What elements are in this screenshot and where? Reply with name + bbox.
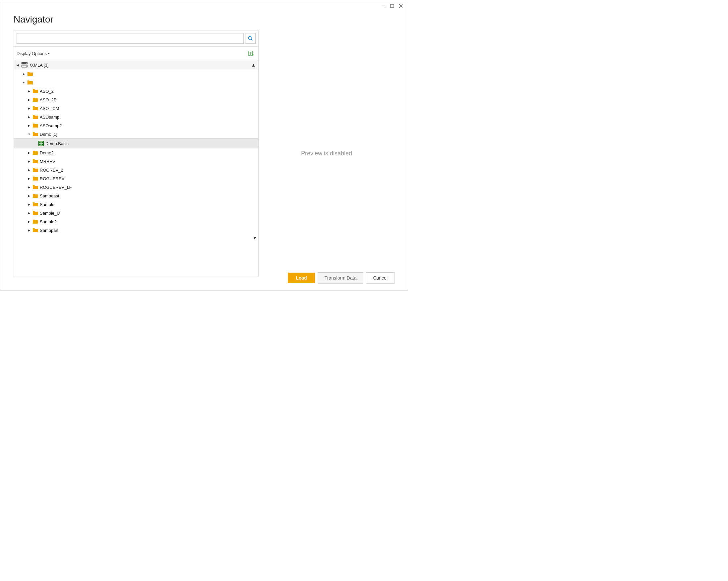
main-content: Display Options ▾ ◀ bbox=[0, 30, 408, 277]
folder-icon bbox=[32, 131, 38, 137]
list-item[interactable]: ▶ Sample_U bbox=[14, 209, 258, 217]
expand-icon[interactable]: ▶ bbox=[27, 228, 31, 232]
tree-header-label: /XMLA [3] bbox=[30, 62, 249, 68]
title-bar bbox=[0, 0, 408, 11]
folder-icon bbox=[32, 228, 38, 233]
folder-icon bbox=[32, 114, 38, 120]
folder-icon bbox=[32, 150, 38, 155]
expand-icon[interactable]: ▶ bbox=[27, 124, 31, 128]
page-title: Navigator bbox=[0, 11, 408, 30]
toolbar: Display Options ▾ bbox=[14, 47, 258, 60]
cancel-button[interactable]: Cancel bbox=[366, 272, 394, 283]
tree-items-container: ▶ ▼ ▶ ASO_2▶ ASO_2B▶ ASO_ICM▶ ASOsamp▶ A… bbox=[14, 70, 258, 234]
list-item[interactable]: ▶ ASOsamp2 bbox=[14, 121, 258, 130]
expand-icon[interactable]: ▶ bbox=[27, 211, 31, 215]
cube-icon bbox=[38, 141, 44, 146]
minimize-button[interactable] bbox=[381, 3, 387, 9]
expand-icon[interactable]: ▶ bbox=[27, 194, 31, 198]
folder-icon bbox=[32, 106, 38, 111]
expand-icon[interactable]: ▶ bbox=[27, 151, 31, 155]
item-label: ASO_2 bbox=[40, 89, 54, 94]
left-panel: Display Options ▾ ◀ bbox=[14, 30, 259, 277]
list-item[interactable]: ▶ ROGREV_2 bbox=[14, 166, 258, 174]
folder-icon bbox=[32, 184, 38, 190]
folder-icon bbox=[27, 71, 33, 77]
scroll-up-icon[interactable]: ▲ bbox=[251, 62, 256, 68]
svg-rect-0 bbox=[382, 6, 385, 6]
list-item[interactable]: ▼ Demo [1] bbox=[14, 130, 258, 138]
display-options-arrow-icon: ▾ bbox=[48, 52, 50, 55]
svg-point-4 bbox=[249, 36, 251, 40]
item-label: Demo [1] bbox=[40, 132, 57, 137]
expand-icon[interactable]: ▶ bbox=[27, 168, 31, 172]
display-options-button[interactable]: Display Options ▾ bbox=[17, 51, 50, 56]
list-item[interactable]: ▶ ASO_ICM bbox=[14, 104, 258, 112]
display-options-label: Display Options bbox=[17, 51, 47, 56]
collapse-icon[interactable]: ▼ bbox=[27, 132, 31, 136]
list-item[interactable]: ▶ Sample bbox=[14, 200, 258, 209]
list-item[interactable]: ▶ Demo2 bbox=[14, 148, 258, 157]
expand-icon[interactable]: ▶ bbox=[27, 106, 31, 110]
folder-icon bbox=[32, 167, 38, 173]
right-panel: Preview is disabled bbox=[259, 30, 394, 277]
item-label: MRREV bbox=[40, 159, 55, 164]
item-label: ROGREV_2 bbox=[40, 168, 63, 173]
expand-icon[interactable]: ▶ bbox=[27, 89, 31, 93]
svg-point-13 bbox=[26, 66, 27, 67]
expand-icon[interactable]: ▶ bbox=[27, 177, 31, 180]
folder-icon bbox=[32, 97, 38, 102]
folder-icon bbox=[32, 176, 38, 181]
expand-icon[interactable]: ▶ bbox=[27, 98, 31, 102]
list-item[interactable]: ▼ bbox=[14, 78, 258, 87]
maximize-button[interactable] bbox=[389, 3, 395, 9]
folder-icon bbox=[32, 210, 38, 216]
list-item[interactable]: ▶ Sampeast bbox=[14, 192, 258, 200]
close-button[interactable] bbox=[398, 3, 404, 9]
list-item[interactable]: ▶ ASO_2B bbox=[14, 95, 258, 104]
expand-icon[interactable]: ▶ bbox=[27, 115, 31, 119]
folder-icon bbox=[32, 219, 38, 224]
expand-icon[interactable]: ▶ bbox=[27, 220, 31, 224]
collapse-icon[interactable]: ▼ bbox=[22, 80, 26, 84]
list-item[interactable]: ▶ MRREV bbox=[14, 157, 258, 166]
list-item[interactable]: ▶ ROGUEREV bbox=[14, 174, 258, 183]
list-item[interactable]: Demo.Basic bbox=[14, 138, 258, 148]
load-button[interactable]: Load bbox=[288, 273, 315, 283]
item-label: Samppart bbox=[40, 228, 58, 233]
item-label: ASO_ICM bbox=[40, 106, 59, 111]
item-label: ASOsamp2 bbox=[40, 123, 61, 128]
list-item[interactable]: ▶ ASO_2 bbox=[14, 87, 258, 95]
item-label: Sample bbox=[40, 202, 54, 207]
folder-icon bbox=[32, 202, 38, 207]
list-item[interactable]: ▶ Sample2 bbox=[14, 217, 258, 226]
folder-icon bbox=[32, 89, 38, 94]
expand-icon[interactable]: ▶ bbox=[27, 185, 31, 189]
item-label: ASOsamp bbox=[40, 115, 59, 120]
item-label: ASO_2B bbox=[40, 97, 57, 102]
transform-data-button[interactable]: Transform Data bbox=[318, 272, 364, 283]
search-input[interactable] bbox=[17, 33, 244, 44]
expand-icon[interactable]: ▶ bbox=[22, 72, 26, 76]
scroll-down-area: ▼ bbox=[14, 234, 258, 241]
list-item[interactable]: ▶ ASOsamp bbox=[14, 112, 258, 121]
item-label: ROGUEREV bbox=[40, 176, 64, 181]
item-label: Demo2 bbox=[40, 150, 54, 155]
item-label: Sample_U bbox=[40, 211, 60, 216]
preview-disabled-text: Preview is disabled bbox=[301, 150, 352, 157]
svg-line-5 bbox=[251, 39, 252, 41]
search-button[interactable] bbox=[245, 33, 256, 44]
tree-container[interactable]: ◀ /XMLA [3] ▲ ▶ ▼ ▶ ASO_2▶ ASO_2B▶ AS bbox=[14, 60, 258, 277]
item-label: ROGUEREV_LF bbox=[40, 185, 72, 190]
tree-header-row: ◀ /XMLA [3] ▲ bbox=[14, 60, 258, 70]
list-item[interactable]: ▶ Samppart bbox=[14, 226, 258, 234]
list-item[interactable]: ▶ bbox=[14, 70, 258, 78]
export-button[interactable] bbox=[246, 49, 256, 58]
expand-icon[interactable] bbox=[33, 142, 37, 145]
collapse-all-icon[interactable]: ◀ bbox=[17, 63, 19, 67]
list-item[interactable]: ▶ ROGUEREV_LF bbox=[14, 183, 258, 192]
expand-icon[interactable]: ▶ bbox=[27, 202, 31, 206]
bottom-bar: Load Transform Data Cancel bbox=[288, 272, 394, 283]
item-label: Sampeast bbox=[40, 194, 59, 198]
expand-icon[interactable]: ▶ bbox=[27, 159, 31, 163]
scroll-down-icon[interactable]: ▼ bbox=[252, 235, 257, 241]
